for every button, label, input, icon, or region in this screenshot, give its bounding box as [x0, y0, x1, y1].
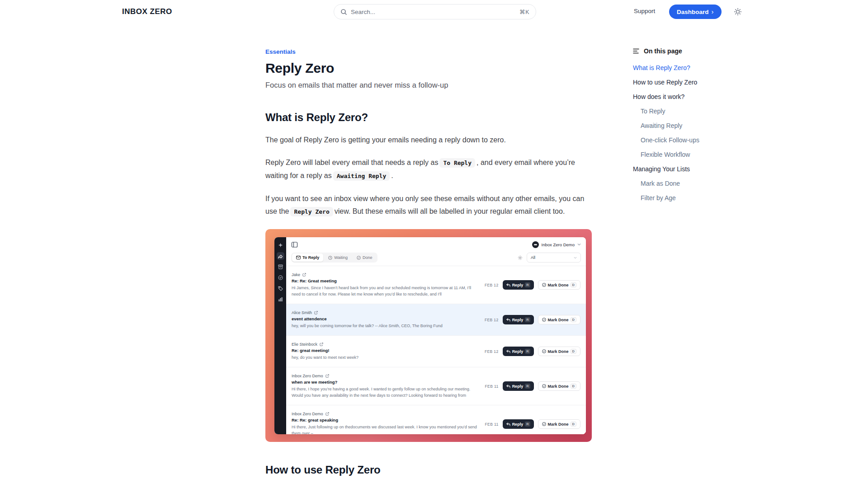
breadcrumb-category-link[interactable]: Essentials [265, 48, 296, 55]
mark-done-button: Mark Done D [538, 315, 580, 324]
demo-sidebar-rail [274, 237, 286, 434]
toc-link-managing-your-lists[interactable]: Managing Your Lists [633, 166, 732, 172]
email-subject: event attendence [292, 316, 480, 321]
reply-button: Reply R [503, 280, 534, 290]
reply-zero-nav-icon [277, 252, 284, 260]
badge-check-icon [277, 274, 284, 282]
mark-done-button: Mark Done D [538, 280, 580, 290]
email-sender: Inbox Zero Demo [292, 412, 323, 416]
mark-done-button: Mark Done D [538, 419, 580, 429]
shortcut-badge: R [525, 349, 530, 354]
reply-button: Reply R [503, 419, 534, 429]
on-this-page-toc: On this page What is Reply Zero? How to … [633, 47, 732, 209]
dashboard-button[interactable]: Dashboard › [669, 5, 722, 19]
support-link[interactable]: Support [634, 8, 655, 14]
filter-selected-value: All [531, 255, 535, 260]
reply-arrow-icon [506, 283, 510, 287]
docs-page: INBOX ZERO ⌘K Support Dashboard › [0, 0, 868, 488]
email-row-highlighted: Alice Smith event attendence hey, will y… [286, 304, 586, 336]
paragraph-text: . [391, 172, 393, 179]
email-snippet: hey, do you want to meet next week? [292, 354, 480, 361]
demo-email-list: Jake Re: Re: Great meeting Hi James, Sin… [286, 266, 586, 434]
toc-link-what-is-reply-zero[interactable]: What is Reply Zero? [633, 65, 732, 71]
email-row: Elie Steinbock Re: great meeting! hey, d… [286, 336, 586, 367]
external-link-icon [314, 311, 318, 314]
code-chip-awaiting-reply: Awaiting Reply [333, 171, 390, 181]
article-content: Essentials Reply Zero Focus on emails th… [265, 0, 592, 476]
email-sender: Inbox Zero Demo [292, 374, 323, 378]
toc-link-how-does-it-work[interactable]: How does it work? [633, 94, 732, 100]
shortcut-badge: R [525, 317, 530, 322]
demo-filter-select: All [527, 253, 581, 263]
paragraph-inbox-view: If you want to see an inbox view where y… [265, 192, 592, 218]
shortcut-badge: D [571, 282, 576, 287]
email-sender: Jake [292, 272, 300, 277]
paragraph-text: Reply Zero will label every email that n… [265, 159, 438, 166]
email-date: FEB 11 [485, 422, 499, 427]
shortcut-badge: D [571, 422, 576, 427]
email-row: Jake Re: Re: Great meeting Hi James, Sin… [286, 266, 586, 304]
section-heading-how-to-use: How to use Reply Zero [265, 464, 592, 476]
shortcut-badge: D [571, 384, 576, 389]
bar-chart-icon [277, 296, 284, 303]
clock-icon [328, 256, 332, 260]
page-title: Reply Zero [265, 61, 592, 76]
reply-button: Reply R [503, 381, 534, 391]
sparkles-icon [277, 241, 284, 249]
email-snippet: Hi James, Since I haven’t heard back fro… [292, 285, 480, 297]
external-link-icon [302, 273, 306, 277]
toc-link-awaiting-reply[interactable]: Awaiting Reply [633, 122, 732, 129]
code-chip-reply-zero: Reply Zero [290, 207, 333, 216]
check-circle-icon [542, 422, 546, 426]
theme-toggle-button[interactable] [733, 7, 742, 16]
toc-list-icon [633, 48, 640, 54]
email-snippet: Hi there, Just following up on thedocume… [292, 424, 481, 434]
demo-app-header: Inbox Zero Demo [286, 237, 586, 252]
email-snippet: Hi there, I hope you’re having a good we… [292, 386, 481, 399]
check-circle-icon [542, 384, 546, 388]
chevron-down-icon [577, 243, 581, 246]
code-chip-to-reply: To Reply [439, 158, 475, 168]
chevron-right-icon: › [712, 8, 714, 15]
demo-list-controls: All [518, 253, 581, 263]
email-date: FEB 12 [485, 318, 499, 322]
toc-link-mark-as-done[interactable]: Mark as Done [633, 180, 732, 187]
avatar [532, 241, 539, 248]
toc-link-filter-by-age[interactable]: Filter by Age [633, 195, 732, 201]
shortcut-badge: R [525, 384, 530, 389]
page-subtitle: Focus on emails that matter and never mi… [265, 81, 592, 89]
toc-link-how-to-use[interactable]: How to use Reply Zero [633, 79, 732, 85]
mark-done-button: Mark Done D [538, 381, 580, 391]
tab-waiting: Waiting [324, 253, 352, 262]
toc-link-to-reply[interactable]: To Reply [633, 108, 732, 114]
reply-button: Reply R [503, 347, 534, 356]
check-circle-icon [542, 283, 546, 287]
toc-heading: On this page [644, 47, 682, 55]
check-circle-icon [542, 318, 546, 322]
tag-icon [277, 285, 284, 292]
toc-link-one-click-follow-ups[interactable]: One-click Follow-ups [633, 137, 732, 143]
shortcut-badge: D [571, 317, 576, 322]
chevron-down-icon [574, 257, 577, 259]
mark-done-button: Mark Done D [538, 347, 580, 356]
reply-arrow-icon [506, 385, 510, 388]
reply-arrow-icon [506, 350, 510, 353]
toc-link-flexible-workflow[interactable]: Flexible Workflow [633, 151, 732, 158]
tab-label: To Reply [302, 255, 319, 260]
tab-to-reply: To Reply [292, 253, 323, 262]
check-circle-icon [357, 256, 361, 260]
shortcut-badge: R [525, 282, 530, 287]
external-link-icon [326, 374, 329, 378]
demo-account-name: Inbox Zero Demo [542, 242, 575, 247]
email-date: FEB 11 [485, 384, 499, 389]
inbox-zero-logo[interactable]: INBOX ZERO [122, 7, 172, 16]
email-row: Inbox Zero Demo when are we meeting? Hi … [286, 367, 586, 405]
email-date: FEB 12 [485, 283, 499, 287]
section-heading-what-is-reply-zero: What is Reply Zero? [265, 111, 592, 124]
gear-icon [518, 255, 523, 260]
envelope-icon [296, 256, 301, 259]
email-date: FEB 12 [485, 349, 499, 354]
email-sender: Elie Steinbock [292, 342, 317, 347]
email-subject: when are we meeting? [292, 380, 481, 385]
shortcut-badge: R [525, 422, 530, 427]
